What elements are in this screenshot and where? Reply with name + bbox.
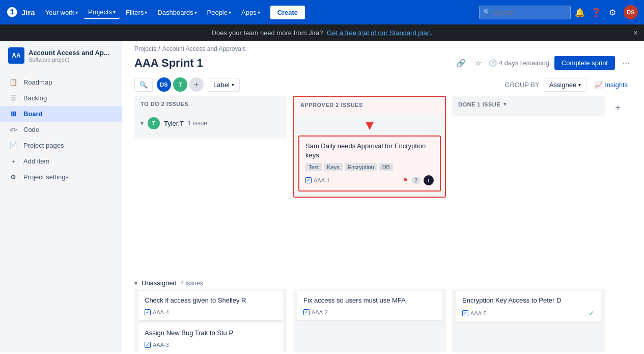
board-toolbar: 🔍 DS T + Label ▾ GROUP BY Assignee ▾ 📈 I… <box>122 75 644 96</box>
user-avatar[interactable]: DS <box>624 5 638 19</box>
card-footer: ✓ AAA-1 ⚑ 2 T <box>305 175 434 185</box>
banner-cta-link[interactable]: Get a free trial of our Standard plan. <box>327 29 432 37</box>
avatar-t[interactable]: T <box>173 77 187 92</box>
column-todo-header: TO DO 2 ISSUES <box>134 96 287 112</box>
filters-nav[interactable]: Filters ▾ <box>122 7 151 18</box>
jira-logo-icon <box>6 6 18 18</box>
create-button[interactable]: Create <box>270 6 305 19</box>
card-aaa3[interactable]: Assign New Bug Trak to Stu P ✓ AAA-3 <box>138 323 283 352</box>
breadcrumb-projects[interactable]: Projects <box>134 45 156 52</box>
group-tyler-t: ▾ T Tyler.T 1 issue <box>138 114 283 132</box>
annotation-arrow: ▼ <box>298 117 441 133</box>
jira-logo-text: Jira <box>21 8 35 17</box>
roadmap-icon: 📋 <box>8 78 18 86</box>
unassigned-label: Unassigned <box>142 279 177 287</box>
sidebar-item-board[interactable]: ⊞ Board <box>0 106 122 122</box>
board-icon: ⊞ <box>8 110 18 118</box>
card-tags: Test Keys Encryption DB <box>305 163 434 171</box>
chevron-down-icon: ▾ <box>258 10 260 15</box>
checkbox-icon: ✓ <box>145 309 151 315</box>
collapse-icon: ▾ <box>141 120 144 127</box>
search-board-input[interactable]: 🔍 <box>134 78 153 92</box>
card-id: ✓ AAA-4 <box>145 309 277 315</box>
project-type: Software project <box>29 57 109 63</box>
breadcrumb-project[interactable]: Account Access and Approvals <box>162 45 246 52</box>
banner-close-button[interactable]: × <box>633 29 638 38</box>
apps-nav[interactable]: Apps ▾ <box>237 7 264 18</box>
card-aaa4[interactable]: Check if access given to Shelley R ✓ AAA… <box>138 291 283 320</box>
settings-button[interactable]: ⚙ <box>605 5 620 19</box>
sidebar-item-backlog[interactable]: ☰ Backlog <box>0 90 122 106</box>
project-pages-icon: 📄 <box>8 142 18 149</box>
backlog-icon: ☰ <box>8 94 18 102</box>
clock-icon: 🕐 <box>489 59 497 67</box>
chevron-down-icon: ▾ <box>578 82 581 88</box>
tag-keys: Keys <box>324 163 342 171</box>
group-tyler-avatar: T <box>148 117 160 129</box>
column-done-body <box>452 113 605 117</box>
add-item-icon: + <box>8 157 18 165</box>
chevron-down-icon: ▾ <box>232 82 234 88</box>
share-icon-button[interactable]: 🔗 <box>454 57 468 70</box>
search-icon: 🔍 <box>483 9 491 16</box>
banner-text: Does your team need more from Jira? <box>212 29 323 37</box>
card-meta: ⚑ 2 T <box>403 175 434 185</box>
avatar-group: DS T + <box>157 77 204 92</box>
chevron-down-icon: ▾ <box>194 10 197 15</box>
sidebar-item-project-pages[interactable]: 📄 Project pages <box>0 138 122 153</box>
star-button[interactable]: ☆ <box>473 57 484 70</box>
sidebar-item-roadmap[interactable]: 📋 Roadmap <box>0 74 122 90</box>
card-id: ✓ AAA-1 <box>305 177 330 183</box>
column-done-header[interactable]: DONE 1 ISSUE ▾ <box>452 96 605 113</box>
sidebar-item-code[interactable]: <> Code <box>0 122 122 138</box>
sidebar-item-add-item[interactable]: + Add item <box>0 153 122 169</box>
project-settings-icon: ⚙ <box>8 173 18 181</box>
complete-sprint-button[interactable]: Complete sprint <box>554 56 615 70</box>
notification-bell-button[interactable]: 🔔 <box>573 5 587 19</box>
search-container[interactable]: 🔍 <box>479 6 571 19</box>
card-footer: ✓ AAA-5 ✓ <box>462 309 595 317</box>
unassigned-count: 4 issues <box>181 280 203 287</box>
story-points: 2 <box>411 177 421 184</box>
projects-nav[interactable]: Projects ▾ <box>84 6 120 19</box>
chevron-down-icon: ▾ <box>145 10 147 15</box>
column-todo: TO DO 2 ISSUES ▾ T Tyler.T 1 issue <box>134 96 287 139</box>
checkbox-icon: ✓ <box>303 309 310 315</box>
column-todo-body: ▾ T Tyler.T 1 issue <box>134 112 287 139</box>
more-options-button[interactable]: ··· <box>620 56 632 70</box>
help-button[interactable]: ❓ <box>589 5 603 19</box>
chart-icon: 📈 <box>595 81 603 89</box>
insights-button[interactable]: 📈 Insights <box>591 79 632 91</box>
logo[interactable]: Jira <box>6 6 35 18</box>
sidebar-item-project-settings[interactable]: ⚙ Project settings <box>0 169 122 185</box>
card-aaa2[interactable]: Fix access so users must use MFA ✓ AAA-2 <box>297 291 442 320</box>
highlighted-card[interactable]: Sam Daily needs Approval for Encryption … <box>298 135 441 192</box>
card-title: Sam Daily needs Approval for Encryption … <box>305 142 434 160</box>
groupby-select[interactable]: Assignee ▾ <box>544 78 586 92</box>
people-nav[interactable]: People ▾ <box>203 7 235 18</box>
add-avatar-button[interactable]: + <box>189 77 204 92</box>
board-area: TO DO 2 ISSUES ▾ T Tyler.T 1 issue <box>122 96 644 352</box>
checkbox-icon: ✓ <box>305 177 312 183</box>
chevron-down-icon: ▾ <box>229 10 231 15</box>
avatar-ds[interactable]: DS <box>157 77 171 92</box>
your-work-nav[interactable]: Your work ▾ <box>41 7 82 18</box>
search-input[interactable] <box>479 6 571 19</box>
card-id: ✓ AAA-2 <box>303 309 436 315</box>
column-done: DONE 1 ISSUE ▾ <box>452 96 605 117</box>
chevron-down-icon: ▾ <box>75 10 78 15</box>
announcement-banner: Does your team need more from Jira? Get … <box>0 24 644 41</box>
breadcrumb: Projects / Account Access and Approvals <box>122 41 644 52</box>
card-title: Check if access given to Shelley R <box>145 296 277 305</box>
chevron-down-icon: ▾ <box>113 9 116 15</box>
dashboards-nav[interactable]: Dashboards ▾ <box>153 7 201 18</box>
add-column-button[interactable]: + <box>611 98 625 118</box>
group-tyler-label: Tyler.T <box>164 120 184 127</box>
sidebar: AA Account Access and Ap... Software pro… <box>0 41 122 352</box>
label-filter-button[interactable]: Label ▾ <box>208 78 240 92</box>
card-title: Encryption Key Access to Peter D <box>462 296 595 305</box>
card-aaa5[interactable]: Encryption Key Access to Peter D ✓ AAA-5… <box>456 291 601 322</box>
group-tyler-header[interactable]: ▾ T Tyler.T 1 issue <box>138 114 283 132</box>
unassigned-header[interactable]: ▾ Unassigned 4 issues <box>134 276 601 289</box>
column-approved: APPROVED 2 ISSUES ▼ Sam Daily needs Appr… <box>293 96 446 198</box>
